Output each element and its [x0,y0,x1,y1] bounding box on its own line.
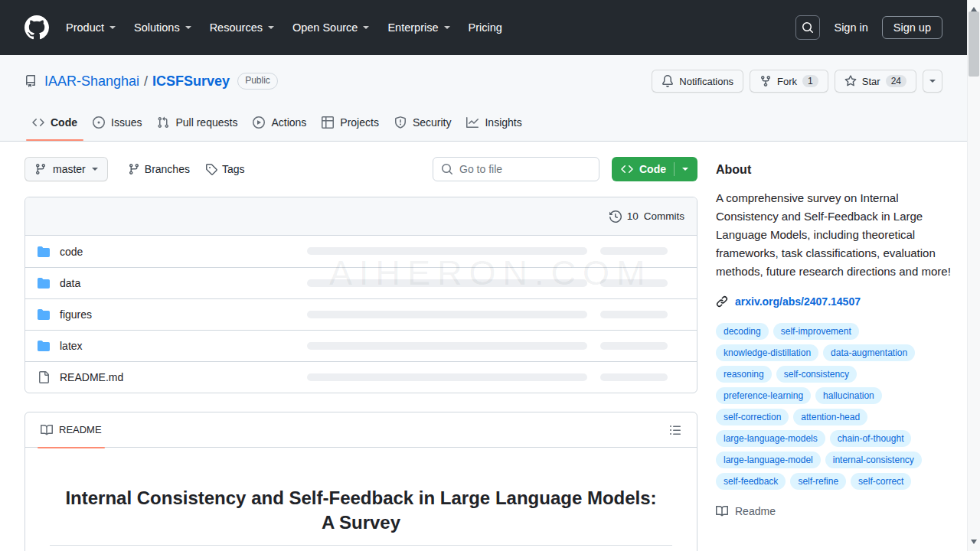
search-icon [802,21,814,34]
file-table-header: 10 Commits [25,197,697,236]
table-row[interactable]: data [25,267,697,298]
tab-label: Insights [485,116,521,129]
folder-icon [38,246,50,258]
tab-label: Actions [271,116,306,129]
chevron-down-icon [444,26,450,32]
topic-pill[interactable]: self-refine [790,473,846,490]
tab-label: Issues [111,116,142,129]
file-name-link[interactable]: figures [60,308,92,321]
git-branch-icon [34,163,47,175]
commits-link[interactable]: 10 Commits [609,210,684,223]
commit-date-placeholder [600,342,668,350]
table-row[interactable]: figures [25,298,697,330]
topic-pill[interactable]: data-augmentation [823,344,915,361]
table-row[interactable]: latex [25,330,697,361]
notifications-button[interactable]: Notifications [652,70,743,93]
branches-label: Branches [145,163,190,175]
nav-item-label: Product [66,21,104,34]
code-icon [621,163,633,175]
scrollbar-down-arrow[interactable] [971,540,977,547]
code-icon [32,116,44,129]
nav-item-open-source[interactable]: Open Source [283,15,378,40]
star-label: Star [862,76,880,87]
topic-pill[interactable]: self-feedback [716,473,786,490]
about-sidebar: About A comprehensive survey on Internal… [716,157,953,551]
nav-right: Sign in Sign up [795,15,942,40]
scrollbar-thumb[interactable] [969,11,979,77]
sidebar-readme-link[interactable]: Readme [716,505,953,517]
tab-actions[interactable]: Actions [245,104,314,140]
folder-icon [38,308,50,321]
chevron-down-icon [185,26,191,32]
page-scrollbar[interactable] [967,0,980,551]
tab-issues[interactable]: Issues [85,104,149,140]
table-row[interactable]: README.md [25,361,697,393]
star-button[interactable]: Star 24 [835,70,916,93]
topic-pill[interactable]: reasoning [716,366,772,383]
divider [674,162,675,176]
chevron-down-icon [363,26,369,32]
repo-owner-link[interactable]: IAAR-Shanghai [44,73,139,90]
tags-link[interactable]: Tags [199,158,251,180]
repo-name-link[interactable]: ICSFSurvey [152,73,230,90]
sign-in-link[interactable]: Sign in [834,21,867,34]
table-row[interactable]: code [25,236,697,267]
file-name-link[interactable]: data [60,277,80,289]
github-logo-icon[interactable] [24,15,49,40]
list-unordered-icon [669,424,681,436]
tab-security[interactable]: Security [387,104,459,140]
repo-book-icon [24,75,37,87]
file-name-link[interactable]: README.md [60,371,123,383]
search-icon [441,163,453,175]
topic-pill[interactable]: hallucination [815,387,882,404]
nav-item-enterprise[interactable]: Enterprise [378,15,459,40]
branches-tags-group: Branches Tags [122,158,251,180]
topic-pill[interactable]: self-consistency [776,366,857,383]
star-dropdown-button[interactable] [923,70,942,93]
search-button[interactable] [795,15,820,40]
scrollbar-up-arrow[interactable] [971,4,977,11]
sidebar-readme-label: Readme [735,505,776,517]
topic-pill[interactable]: knowledge-distillation [716,344,818,361]
topic-pill[interactable]: preference-learning [716,387,811,404]
book-icon [41,424,53,436]
tab-code[interactable]: Code [24,104,85,140]
topic-pill[interactable]: self-improvement [773,323,859,340]
topic-pill[interactable]: internal-consistency [825,452,922,468]
top-nav: Product Solutions Resources Open Source … [0,0,967,55]
readme-tab[interactable]: README [38,412,105,448]
go-to-file-box [433,157,599,181]
file-name-link[interactable]: code [60,246,83,258]
nav-item-product[interactable]: Product [57,15,125,40]
topic-pill[interactable]: self-correct [851,473,911,490]
go-to-file-input[interactable] [459,163,591,175]
topic-pill[interactable]: large-language-model [716,452,821,468]
outline-button[interactable] [666,421,684,439]
branches-link[interactable]: Branches [122,158,196,180]
content-area: master Branches Tags Code [0,142,967,551]
tag-icon [205,163,217,175]
arxiv-link[interactable]: arxiv.org/abs/2407.14507 [735,295,861,308]
git-branch-icon [128,163,140,175]
branch-selector-button[interactable]: master [24,157,108,181]
topic-pill[interactable]: decoding [716,323,769,340]
topic-pill[interactable]: large-language-models [716,430,825,447]
topic-pill[interactable]: attention-head [793,409,867,425]
tab-pull-requests[interactable]: Pull requests [149,104,245,140]
commit-date-placeholder [600,247,668,255]
about-link-row: arxiv.org/abs/2407.14507 [716,295,953,308]
nav-item-solutions[interactable]: Solutions [125,15,201,40]
link-icon [716,295,728,308]
topic-pill[interactable]: chain-of-thought [830,430,912,447]
fork-button[interactable]: Fork 1 [750,70,828,93]
chevron-down-icon [682,168,688,174]
topic-pill[interactable]: self-correction [716,409,789,425]
nav-item-pricing[interactable]: Pricing [459,15,511,40]
sign-up-button[interactable]: Sign up [882,16,942,39]
tab-insights[interactable]: Insights [459,104,529,140]
code-dropdown-button[interactable]: Code [612,157,697,181]
file-browser-table: 10 Commits code data figures [24,197,697,393]
file-name-link[interactable]: latex [60,340,83,352]
nav-item-resources[interactable]: Resources [201,15,283,40]
tab-projects[interactable]: Projects [314,104,387,140]
